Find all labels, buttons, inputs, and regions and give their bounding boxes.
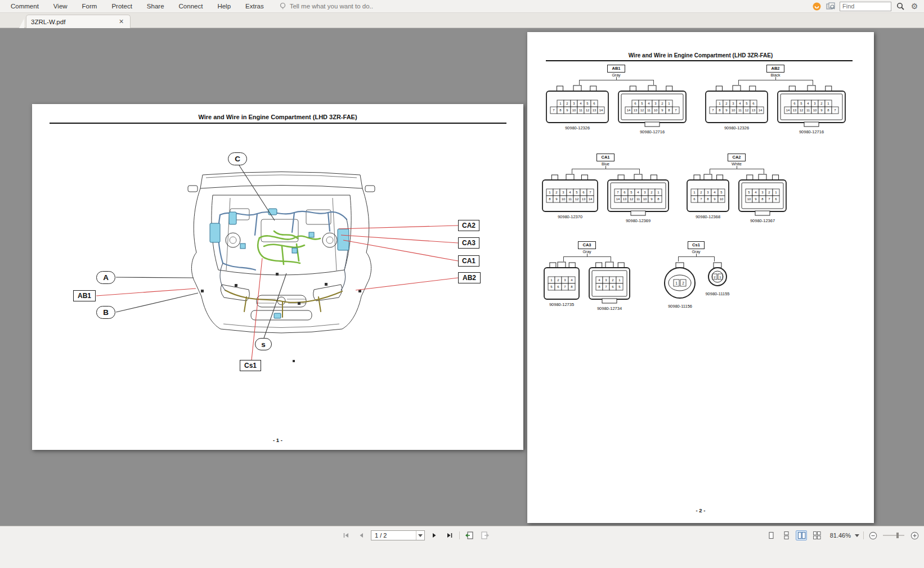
- page-indicator-caret[interactable]: [416, 531, 424, 540]
- bracket-line: [738, 80, 813, 85]
- menu-item-view[interactable]: View: [46, 0, 75, 13]
- search-icon: [896, 2, 905, 11]
- menu-items: CommentViewFormProtectShareConnectHelpEx…: [0, 0, 271, 13]
- part-number-label: 90980-11155: [705, 291, 729, 296]
- single-page-icon: [768, 531, 775, 539]
- menu-item-extras[interactable]: Extras: [238, 0, 271, 13]
- svg-text:14: 14: [627, 109, 631, 112]
- svg-text:13: 13: [793, 109, 797, 112]
- connector-pair: 123456789101112131490980-123266543211413…: [545, 85, 687, 134]
- svg-text:2: 2: [683, 281, 685, 285]
- page1-number: - 1 -: [32, 437, 523, 443]
- svg-text:12: 12: [800, 109, 804, 112]
- callout-cs1: Cs1: [240, 360, 261, 371]
- connector-90980-12734: 4321876590980-12734: [588, 262, 631, 311]
- connector-90980-12716: 654321141312111098790980-12716: [777, 85, 846, 134]
- bracket-line: [579, 80, 654, 85]
- assistant-prompt[interactable]: Tell me what you want to do..: [279, 2, 373, 10]
- document-tab-title: 3ZRL-W.pdf: [31, 19, 65, 25]
- search-button[interactable]: [895, 1, 905, 11]
- facing-view-button[interactable]: [796, 530, 807, 540]
- notification-icon[interactable]: [811, 1, 822, 11]
- svg-text:11: 11: [636, 197, 640, 201]
- snapshot-icon[interactable]: [826, 1, 836, 11]
- svg-text:10: 10: [654, 109, 658, 112]
- svg-text:13: 13: [623, 197, 627, 201]
- document-viewport[interactable]: Wire and Wire in Engine Compartment (LHD…: [0, 28, 924, 526]
- pdf-page-1: Wire and Wire in Engine Compartment (LHD…: [32, 104, 523, 450]
- continuous-view-button[interactable]: [781, 530, 792, 540]
- page-indicator[interactable]: 1 / 2: [371, 530, 425, 540]
- connector-drawing: 12345678910: [686, 174, 730, 213]
- connector-pair: 1290980-111562190980-11155: [662, 262, 729, 309]
- connector-90980-12326: 123456789101112131490980-12326: [705, 85, 769, 130]
- part-number-label: 90980-12326: [724, 125, 749, 130]
- zoom-level: 81.46%: [826, 532, 851, 539]
- menu-item-comment[interactable]: Comment: [3, 0, 46, 13]
- page-indicator-text: 1 / 2: [375, 532, 387, 539]
- connector-group-cs1: Cs1Gray1290980-111562190980-11155: [662, 241, 730, 309]
- zoom-in-button[interactable]: [909, 530, 919, 540]
- menu-item-help[interactable]: Help: [210, 0, 238, 13]
- divider: [863, 531, 864, 539]
- part-number-label: 90980-12326: [565, 125, 590, 130]
- svg-text:10: 10: [813, 109, 817, 112]
- connector-group-code: CA2: [728, 154, 745, 161]
- svg-text:14: 14: [759, 109, 762, 112]
- svg-text:11: 11: [579, 109, 583, 112]
- menu-item-share[interactable]: Share: [140, 0, 172, 13]
- callout-ab1: AB1: [73, 290, 96, 301]
- previous-page-button[interactable]: [356, 530, 367, 540]
- svg-text:13: 13: [752, 109, 756, 112]
- find-input[interactable]: [840, 2, 891, 11]
- connector-drawing: 6543211413121110987: [617, 85, 687, 128]
- settings-button[interactable]: ⚙: [909, 1, 919, 11]
- part-number-label: 90980-12370: [558, 214, 582, 219]
- menu-bar: CommentViewFormProtectShareConnectHelpEx…: [0, 0, 924, 13]
- connector-90980-12368: 1234567891090980-12368: [686, 174, 730, 219]
- callout-s: s: [255, 338, 272, 350]
- application-window: CommentViewFormProtectShareConnectHelpEx…: [0, 0, 924, 568]
- menu-item-connect[interactable]: Connect: [172, 0, 210, 13]
- first-page-button[interactable]: [340, 530, 352, 540]
- connector-90980-11155: 2190980-11155: [705, 262, 729, 296]
- menubar-right-tools: ⚙: [811, 1, 924, 11]
- continuous-page-icon: [783, 531, 790, 539]
- connector-group-ca1: CA1Blue123456789101112131490980-12370765…: [541, 154, 670, 223]
- connector-group-ca2: CA2White1234567891090980-123685432110987…: [686, 154, 787, 223]
- part-number-label: 90980-12367: [750, 218, 775, 223]
- svg-text:11: 11: [738, 109, 742, 112]
- part-number-label: 90980-11156: [668, 304, 692, 309]
- zoom-out-icon: [869, 531, 877, 540]
- connector-90980-12370: 123456789101112131490980-12370: [541, 174, 599, 219]
- single-page-view-button[interactable]: [765, 530, 777, 540]
- zoom-dropdown-caret[interactable]: [855, 534, 859, 537]
- divider: [459, 531, 460, 539]
- bracket-line: [572, 169, 640, 174]
- svg-text:12: 12: [575, 197, 579, 201]
- connector-group-ca3: CA3Gray1234567890980-127354321876590980-…: [543, 241, 631, 311]
- connector-pair: 123456789101112131490980-123707654321141…: [541, 174, 670, 223]
- menu-item-form[interactable]: Form: [75, 0, 105, 13]
- previous-page-icon: [358, 533, 364, 538]
- tab-close-icon[interactable]: ×: [117, 17, 125, 26]
- previous-view-button[interactable]: [464, 530, 475, 540]
- zoom-out-button[interactable]: [868, 530, 878, 540]
- orange-badge-icon: [813, 2, 821, 11]
- part-number-label: 90980-12735: [549, 302, 574, 307]
- last-page-button[interactable]: [444, 530, 455, 540]
- document-tab[interactable]: 3ZRL-W.pdf ×: [26, 15, 131, 28]
- svg-text:12: 12: [640, 109, 644, 112]
- next-page-button[interactable]: [429, 530, 440, 540]
- bracket-line: [710, 169, 764, 174]
- page2-title: Wire and Wire in Engine Compartment (LHD…: [527, 52, 874, 58]
- next-view-button[interactable]: [479, 530, 490, 540]
- connector-group-code: AB2: [766, 65, 784, 73]
- zoom-slider[interactable]: [882, 531, 905, 539]
- part-number-label: 90980-12369: [626, 218, 651, 223]
- facing-pages-icon: [797, 531, 806, 539]
- menu-item-protect[interactable]: Protect: [104, 0, 139, 13]
- part-number-label: 90980-12368: [696, 214, 720, 219]
- connector-pair: 1234567891090980-123685432110987690980-1…: [686, 174, 787, 223]
- facing-continuous-view-button[interactable]: [811, 530, 822, 540]
